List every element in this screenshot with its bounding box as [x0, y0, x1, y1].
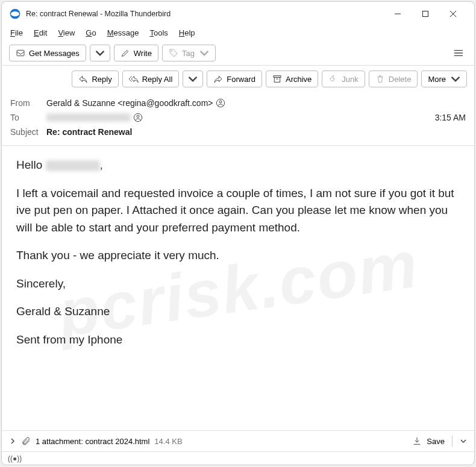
body-greeting: Hello , [16, 157, 460, 174]
write-button[interactable]: Write [114, 45, 158, 61]
app-window: Re: contract Renewal - Mozilla Thunderbi… [1, 1, 475, 465]
menu-message[interactable]: Message [107, 28, 139, 37]
write-label: Write [134, 49, 152, 58]
tag-icon [169, 48, 178, 58]
attachment-summary[interactable]: 1 attachment: contract 2024.html [36, 437, 149, 446]
reply-label: Reply [92, 75, 111, 84]
main-toolbar: Get Messages Write Tag [2, 41, 474, 66]
save-button[interactable]: Save [427, 437, 445, 446]
chevron-down-icon[interactable] [460, 437, 467, 445]
window-title: Re: contract Renewal - Mozilla Thunderbi… [26, 10, 384, 18]
menubar: File Edit View Go Message Tools Help [2, 26, 474, 41]
paperclip-icon [21, 436, 31, 446]
trash-icon [375, 74, 385, 84]
chevron-right-icon[interactable] [9, 437, 16, 445]
junk-label: Junk [342, 75, 358, 84]
get-messages-dropdown[interactable] [90, 45, 110, 61]
from-label: From [10, 98, 46, 108]
hamburger-icon [454, 48, 463, 58]
maximize-button[interactable] [412, 4, 439, 24]
chevron-down-icon [95, 48, 105, 58]
from-value[interactable]: Gerald & Suzanne <regina@goodkraft.com> [46, 98, 213, 108]
menu-go[interactable]: Go [86, 28, 96, 37]
to-value-redacted [46, 113, 131, 122]
delete-label: Delete [389, 75, 412, 84]
archive-label: Archive [286, 75, 312, 84]
titlebar: Re: contract Renewal - Mozilla Thunderbi… [2, 2, 474, 26]
contact-icon[interactable] [216, 98, 225, 108]
message-body: pcrisk.com Hello , I left a voicemail an… [2, 146, 474, 430]
forward-button[interactable]: Forward [207, 71, 262, 87]
svg-point-14 [219, 101, 222, 103]
chevron-down-icon [199, 48, 209, 58]
menu-tools[interactable]: Tools [149, 28, 168, 37]
close-button[interactable] [439, 4, 467, 24]
minimize-button[interactable] [384, 4, 412, 24]
chevron-down-icon [188, 74, 198, 84]
more-label: More [428, 75, 446, 84]
app-icon [9, 8, 21, 20]
flame-icon [328, 74, 338, 84]
statusbar: ((●)) [2, 451, 474, 465]
body-signature: Gerald & Suzanne [16, 303, 460, 321]
svg-point-6 [171, 51, 172, 52]
delete-button[interactable]: Delete [369, 71, 418, 87]
menu-view[interactable]: View [58, 28, 75, 37]
subject-label: Subject [10, 127, 46, 137]
svg-point-16 [137, 115, 139, 118]
pencil-icon [121, 48, 130, 58]
get-messages-label: Get Messages [29, 49, 80, 58]
archive-button[interactable]: Archive [266, 71, 318, 87]
body-paragraph-2: Thank you - we appreciate it very much. [16, 247, 460, 265]
inbox-icon [16, 48, 25, 58]
menu-help[interactable]: Help [179, 28, 195, 37]
reply-all-label: Reply All [142, 75, 173, 84]
body-closing: Sincerely, [16, 275, 460, 293]
svg-rect-11 [274, 77, 280, 82]
app-menu-button[interactable] [450, 45, 467, 61]
to-label: To [10, 113, 46, 122]
menu-file[interactable]: File [10, 28, 23, 37]
get-messages-button[interactable]: Get Messages [9, 45, 86, 61]
download-icon[interactable] [412, 436, 422, 446]
tag-button[interactable]: Tag [162, 45, 216, 61]
more-button[interactable]: More [421, 71, 467, 87]
message-headers: From Gerald & Suzanne <regina@goodkraft.… [2, 92, 474, 146]
online-status-icon: ((●)) [8, 454, 22, 463]
attachment-size: 14.4 KB [154, 437, 182, 446]
archive-icon [272, 74, 282, 84]
reply-all-dropdown[interactable] [183, 71, 203, 87]
reply-all-icon [129, 74, 139, 84]
tag-label: Tag [182, 49, 195, 58]
reply-all-button[interactable]: Reply All [122, 71, 180, 87]
message-time: 3:15 AM [435, 113, 466, 122]
message-toolbar: Reply Reply All Forward Archive Junk Del… [2, 66, 474, 92]
contact-icon[interactable] [133, 113, 143, 122]
window-controls [384, 4, 467, 24]
forward-label: Forward [227, 75, 255, 84]
recipient-name-redacted [46, 160, 100, 171]
attachment-bar: 1 attachment: contract 2024.html 14.4 KB… [2, 430, 474, 451]
menu-edit[interactable]: Edit [34, 28, 47, 37]
reply-icon [78, 74, 88, 84]
body-sent-from: Sent from my Iphone [16, 331, 460, 349]
svg-rect-2 [423, 11, 428, 17]
chevron-down-icon [451, 74, 460, 84]
forward-icon [213, 74, 223, 84]
svg-rect-5 [17, 50, 24, 55]
junk-button[interactable]: Junk [322, 71, 365, 87]
subject-value: Re: contract Renewal [46, 127, 132, 137]
reply-button[interactable]: Reply [72, 71, 118, 87]
body-paragraph-1: I left a voicemail and requested invoice… [16, 185, 460, 237]
